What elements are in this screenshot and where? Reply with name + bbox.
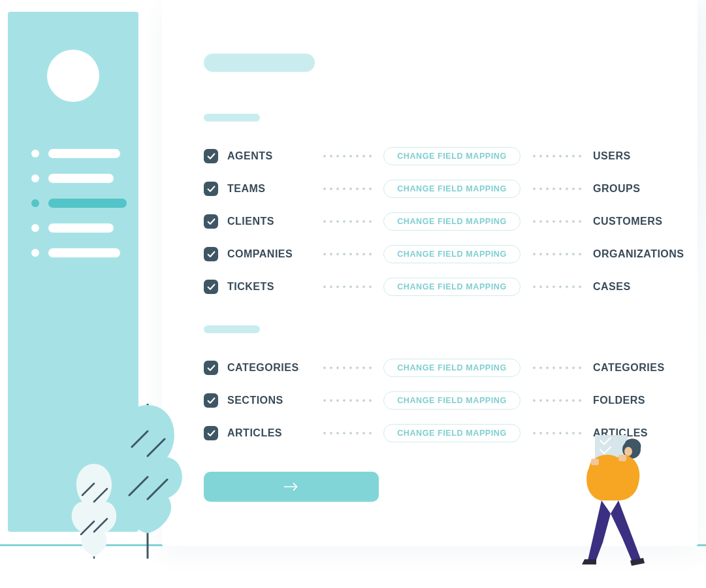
check-icon [207,218,216,226]
checkbox-agents[interactable] [204,149,218,163]
source-label: CLIENTS [227,216,274,227]
target-label: ORGANIZATIONS [593,248,698,260]
connector-dots [321,155,373,157]
target-label: CASES [593,281,698,293]
sidebar-step-3-active[interactable] [31,199,129,208]
section-placeholder [204,114,260,122]
mapping-group-2: CATEGORIES CHANGE FIELD MAPPING CATEGORI… [204,325,698,449]
check-icon [207,397,216,405]
scene-background: AGENTS CHANGE FIELD MAPPING USERS TEAMS … [0,0,706,588]
sidebar-nav [31,149,129,273]
change-field-mapping-button[interactable]: CHANGE FIELD MAPPING [383,180,521,198]
connector-dots [531,155,583,157]
change-field-mapping-button[interactable]: CHANGE FIELD MAPPING [383,424,521,442]
connector-dots [321,286,373,288]
checkbox-teams[interactable] [204,182,218,196]
change-field-mapping-button[interactable]: CHANGE FIELD MAPPING [383,147,521,165]
target-label: ARTICLES [593,427,698,439]
check-icon [207,185,216,193]
connector-dots [531,286,583,288]
target-label: CUSTOMERS [593,216,698,227]
connector-dots [321,253,373,255]
mapping-row-categories: CATEGORIES CHANGE FIELD MAPPING CATEGORI… [204,351,698,384]
source-label: AGENTS [227,150,273,162]
mapping-row-tickets: TICKETS CHANGE FIELD MAPPING CASES [204,270,698,303]
mapping-row-companies: COMPANIES CHANGE FIELD MAPPING ORGANIZAT… [204,238,698,270]
change-field-mapping-button[interactable]: CHANGE FIELD MAPPING [383,245,521,263]
connector-dots [531,432,583,434]
source-label: SECTIONS [227,395,283,406]
connector-dots [321,367,373,369]
checkbox-articles[interactable] [204,426,218,440]
connector-dots [321,432,373,434]
source-label: ARTICLES [227,427,282,439]
check-icon [207,250,216,259]
checkbox-sections[interactable] [204,393,218,408]
mapping-groups: AGENTS CHANGE FIELD MAPPING USERS TEAMS … [204,114,698,449]
connector-dots [531,253,583,255]
check-icon [207,152,216,161]
title-placeholder [204,54,315,72]
mapping-row-sections: SECTIONS CHANGE FIELD MAPPING FOLDERS [204,384,698,417]
source-label: COMPANIES [227,248,293,260]
arrow-right-icon [283,481,300,493]
connector-dots [531,188,583,190]
connector-dots [321,399,373,402]
main-card: AGENTS CHANGE FIELD MAPPING USERS TEAMS … [162,0,698,546]
check-icon [207,429,216,438]
connector-dots [531,367,583,369]
connector-dots [321,188,373,190]
check-icon [207,283,216,291]
source-label: TEAMS [227,183,266,195]
sidebar-step-5[interactable] [31,248,129,257]
checkbox-companies[interactable] [204,247,218,261]
connector-dots [321,220,373,223]
change-field-mapping-button[interactable]: CHANGE FIELD MAPPING [383,278,521,296]
connector-dots [531,399,583,402]
avatar-placeholder [47,50,99,102]
source-label: TICKETS [227,281,274,293]
sidebar-card [8,12,138,532]
mapping-row-teams: TEAMS CHANGE FIELD MAPPING GROUPS [204,172,698,205]
target-label: FOLDERS [593,395,698,406]
change-field-mapping-button[interactable]: CHANGE FIELD MAPPING [383,359,521,377]
check-icon [207,364,216,372]
mapping-row-articles: ARTICLES CHANGE FIELD MAPPING ARTICLES [204,417,698,449]
sidebar-step-2[interactable] [31,174,129,183]
target-label: USERS [593,150,698,162]
checkbox-tickets[interactable] [204,280,218,294]
target-label: GROUPS [593,183,698,195]
checkbox-clients[interactable] [204,214,218,229]
mapping-row-agents: AGENTS CHANGE FIELD MAPPING USERS [204,140,698,172]
target-label: CATEGORIES [593,362,698,374]
section-placeholder [204,325,260,333]
change-field-mapping-button[interactable]: CHANGE FIELD MAPPING [383,212,521,231]
connector-dots [531,220,583,223]
source-label: CATEGORIES [227,362,299,374]
change-field-mapping-button[interactable]: CHANGE FIELD MAPPING [383,391,521,410]
mapping-row-clients: CLIENTS CHANGE FIELD MAPPING CUSTOMERS [204,205,698,238]
sidebar-step-1[interactable] [31,149,129,158]
checkbox-categories[interactable] [204,361,218,375]
sidebar-step-4[interactable] [31,223,129,233]
continue-button[interactable] [204,472,379,502]
mapping-group-1: AGENTS CHANGE FIELD MAPPING USERS TEAMS … [204,114,698,303]
